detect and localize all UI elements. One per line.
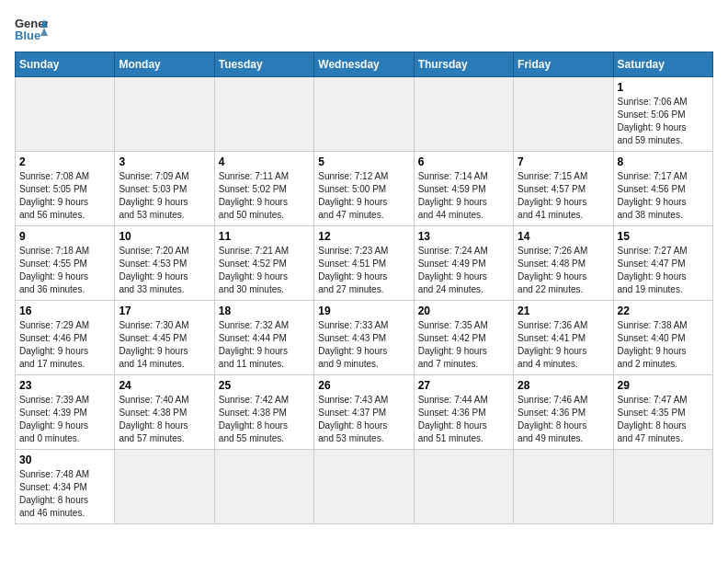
- calendar-day: [214, 450, 313, 524]
- day-info: Sunrise: 7:18 AM Sunset: 4:55 PM Dayligh…: [19, 245, 110, 296]
- day-number: 29: [618, 379, 709, 392]
- calendar-day: 11Sunrise: 7:21 AM Sunset: 4:52 PM Dayli…: [214, 226, 313, 301]
- day-info: Sunrise: 7:38 AM Sunset: 4:40 PM Dayligh…: [618, 319, 709, 371]
- day-info: Sunrise: 7:08 AM Sunset: 5:05 PM Dayligh…: [19, 170, 110, 222]
- calendar-day: [115, 77, 214, 152]
- calendar-day: 5Sunrise: 7:12 AM Sunset: 5:00 PM Daylig…: [314, 152, 414, 226]
- calendar-week-3: 9Sunrise: 7:18 AM Sunset: 4:55 PM Daylig…: [16, 226, 713, 301]
- logo-icon: General Blue: [15, 15, 48, 42]
- day-info: Sunrise: 7:11 AM Sunset: 5:02 PM Dayligh…: [219, 170, 310, 222]
- calendar-day: 24Sunrise: 7:40 AM Sunset: 4:38 PM Dayli…: [115, 375, 214, 450]
- day-number: 21: [518, 304, 609, 317]
- day-number: 23: [19, 379, 110, 392]
- calendar-day: [514, 450, 613, 524]
- day-number: 16: [19, 304, 110, 317]
- calendar-week-6: 30Sunrise: 7:48 AM Sunset: 4:34 PM Dayli…: [16, 450, 713, 524]
- weekday-header-saturday: Saturday: [613, 52, 712, 77]
- calendar-day: 16Sunrise: 7:29 AM Sunset: 4:46 PM Dayli…: [16, 301, 115, 375]
- calendar-day: 18Sunrise: 7:32 AM Sunset: 4:44 PM Dayli…: [214, 301, 313, 375]
- day-number: 13: [418, 230, 509, 243]
- calendar-day: 27Sunrise: 7:44 AM Sunset: 4:36 PM Dayli…: [414, 375, 513, 450]
- day-number: 5: [318, 155, 409, 168]
- calendar-day: 12Sunrise: 7:23 AM Sunset: 4:51 PM Dayli…: [314, 226, 414, 301]
- calendar-day: [414, 77, 513, 152]
- calendar-day: 13Sunrise: 7:24 AM Sunset: 4:49 PM Dayli…: [414, 226, 513, 301]
- calendar-day: [613, 450, 712, 524]
- day-number: 27: [418, 379, 509, 392]
- day-info: Sunrise: 7:33 AM Sunset: 4:43 PM Dayligh…: [318, 319, 409, 371]
- day-info: Sunrise: 7:29 AM Sunset: 4:46 PM Dayligh…: [19, 319, 110, 371]
- day-info: Sunrise: 7:26 AM Sunset: 4:48 PM Dayligh…: [518, 245, 609, 296]
- calendar-day: 10Sunrise: 7:20 AM Sunset: 4:53 PM Dayli…: [115, 226, 214, 301]
- day-number: 10: [119, 230, 210, 243]
- calendar-day: 21Sunrise: 7:36 AM Sunset: 4:41 PM Dayli…: [514, 301, 613, 375]
- calendar-day: [414, 450, 513, 524]
- calendar-day: 7Sunrise: 7:15 AM Sunset: 4:57 PM Daylig…: [514, 152, 613, 226]
- day-number: 20: [418, 304, 509, 317]
- calendar-day: 25Sunrise: 7:42 AM Sunset: 4:38 PM Dayli…: [214, 375, 313, 450]
- calendar-day: [314, 77, 414, 152]
- calendar-day: 1Sunrise: 7:06 AM Sunset: 5:06 PM Daylig…: [613, 77, 712, 152]
- calendar-day: [214, 77, 313, 152]
- day-info: Sunrise: 7:46 AM Sunset: 4:36 PM Dayligh…: [518, 394, 609, 445]
- day-number: 26: [318, 379, 409, 392]
- day-number: 14: [518, 230, 609, 243]
- day-number: 12: [318, 230, 409, 243]
- day-info: Sunrise: 7:47 AM Sunset: 4:35 PM Dayligh…: [618, 394, 709, 445]
- calendar-day: 30Sunrise: 7:48 AM Sunset: 4:34 PM Dayli…: [16, 450, 115, 524]
- weekday-header-tuesday: Tuesday: [214, 52, 313, 77]
- day-number: 25: [219, 379, 310, 392]
- day-info: Sunrise: 7:42 AM Sunset: 4:38 PM Dayligh…: [219, 394, 310, 445]
- calendar-table: SundayMondayTuesdayWednesdayThursdayFrid…: [15, 52, 713, 524]
- logo: General Blue: [15, 15, 48, 42]
- day-number: 8: [618, 155, 709, 168]
- calendar-week-4: 16Sunrise: 7:29 AM Sunset: 4:46 PM Dayli…: [16, 301, 713, 375]
- day-info: Sunrise: 7:36 AM Sunset: 4:41 PM Dayligh…: [518, 319, 609, 371]
- calendar-day: 2Sunrise: 7:08 AM Sunset: 5:05 PM Daylig…: [16, 152, 115, 226]
- calendar-day: 15Sunrise: 7:27 AM Sunset: 4:47 PM Dayli…: [613, 226, 712, 301]
- calendar-day: 22Sunrise: 7:38 AM Sunset: 4:40 PM Dayli…: [613, 301, 712, 375]
- day-info: Sunrise: 7:24 AM Sunset: 4:49 PM Dayligh…: [418, 245, 509, 296]
- calendar-day: [314, 450, 414, 524]
- day-number: 17: [119, 304, 210, 317]
- day-info: Sunrise: 7:30 AM Sunset: 4:45 PM Dayligh…: [119, 319, 210, 371]
- day-info: Sunrise: 7:09 AM Sunset: 5:03 PM Dayligh…: [119, 170, 210, 222]
- day-number: 4: [219, 155, 310, 168]
- day-info: Sunrise: 7:39 AM Sunset: 4:39 PM Dayligh…: [19, 394, 110, 445]
- day-info: Sunrise: 7:14 AM Sunset: 4:59 PM Dayligh…: [418, 170, 509, 222]
- day-info: Sunrise: 7:17 AM Sunset: 4:56 PM Dayligh…: [618, 170, 709, 222]
- day-number: 1: [618, 81, 709, 94]
- calendar-day: [115, 450, 214, 524]
- day-info: Sunrise: 7:35 AM Sunset: 4:42 PM Dayligh…: [418, 319, 509, 371]
- day-info: Sunrise: 7:40 AM Sunset: 4:38 PM Dayligh…: [119, 394, 210, 445]
- day-number: 15: [618, 230, 709, 243]
- calendar-week-1: 1Sunrise: 7:06 AM Sunset: 5:06 PM Daylig…: [16, 77, 713, 152]
- day-number: 24: [119, 379, 210, 392]
- day-number: 3: [119, 155, 210, 168]
- calendar-day: 23Sunrise: 7:39 AM Sunset: 4:39 PM Dayli…: [16, 375, 115, 450]
- day-number: 9: [19, 230, 110, 243]
- calendar-day: 6Sunrise: 7:14 AM Sunset: 4:59 PM Daylig…: [414, 152, 513, 226]
- page-header: General Blue: [15, 15, 713, 42]
- day-number: 19: [318, 304, 409, 317]
- calendar-day: 28Sunrise: 7:46 AM Sunset: 4:36 PM Dayli…: [514, 375, 613, 450]
- calendar-day: [16, 77, 115, 152]
- day-number: 7: [518, 155, 609, 168]
- day-info: Sunrise: 7:27 AM Sunset: 4:47 PM Dayligh…: [618, 245, 709, 296]
- calendar-day: 20Sunrise: 7:35 AM Sunset: 4:42 PM Dayli…: [414, 301, 513, 375]
- weekday-header-thursday: Thursday: [414, 52, 513, 77]
- calendar-week-2: 2Sunrise: 7:08 AM Sunset: 5:05 PM Daylig…: [16, 152, 713, 226]
- day-number: 28: [518, 379, 609, 392]
- day-number: 6: [418, 155, 509, 168]
- calendar-day: 4Sunrise: 7:11 AM Sunset: 5:02 PM Daylig…: [214, 152, 313, 226]
- day-info: Sunrise: 7:12 AM Sunset: 5:00 PM Dayligh…: [318, 170, 409, 222]
- weekday-header-sunday: Sunday: [16, 52, 115, 77]
- svg-text:Blue: Blue: [15, 29, 40, 42]
- day-number: 11: [219, 230, 310, 243]
- weekday-header-friday: Friday: [514, 52, 613, 77]
- calendar-day: 29Sunrise: 7:47 AM Sunset: 4:35 PM Dayli…: [613, 375, 712, 450]
- day-info: Sunrise: 7:20 AM Sunset: 4:53 PM Dayligh…: [119, 245, 210, 296]
- day-info: Sunrise: 7:48 AM Sunset: 4:34 PM Dayligh…: [19, 468, 110, 520]
- weekday-header-wednesday: Wednesday: [314, 52, 414, 77]
- day-number: 22: [618, 304, 709, 317]
